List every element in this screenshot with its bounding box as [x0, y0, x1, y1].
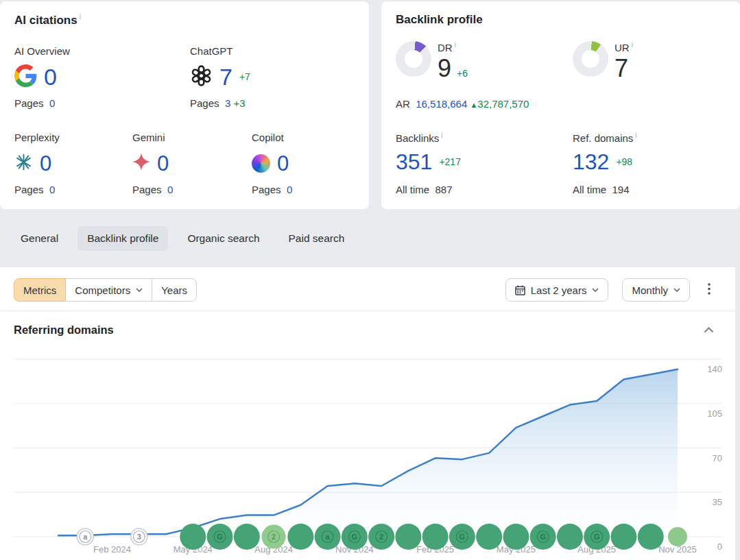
metric-ai-overview: AI Overview 0 Pages 0	[14, 45, 70, 109]
info-icon[interactable]: i	[632, 41, 633, 49]
pages-label: Pages	[14, 97, 44, 109]
pages-value[interactable]: 0	[49, 97, 55, 109]
info-icon[interactable]: i	[80, 13, 81, 21]
ref-domains-delta: +98	[616, 156, 632, 167]
ai-overview-pages: Pages 0	[14, 97, 70, 109]
backlinks-delta: +217	[439, 156, 461, 167]
granularity-button[interactable]: Monthly	[622, 278, 690, 302]
svg-text:G: G	[352, 533, 358, 541]
svg-text:G: G	[540, 533, 546, 541]
ur-label-text: UR	[614, 42, 630, 53]
chevron-down-icon	[136, 288, 143, 292]
metrics-button[interactable]: Metrics	[14, 278, 66, 302]
ur-donut-chart	[573, 41, 608, 77]
view-segmented-control: Metrics Competitors Years	[14, 278, 197, 302]
svg-text:2: 2	[272, 533, 276, 541]
ar-label: AR	[396, 98, 410, 110]
dr-value: 9	[438, 55, 451, 82]
metric-label: Perplexity	[14, 132, 60, 143]
info-icon[interactable]: i	[455, 41, 456, 49]
pages-label: Pages	[132, 184, 162, 195]
metric-label: AI Overview	[14, 45, 70, 57]
chatgpt-delta: +7	[239, 71, 250, 82]
backlinks-alltime: All time 887	[396, 184, 461, 195]
years-button[interactable]: Years	[152, 278, 197, 302]
ref-domains-value[interactable]: 132	[573, 151, 609, 173]
alltime-label: All time	[396, 184, 429, 195]
chatgpt-pages: Pages 3 +3	[190, 97, 250, 109]
ai-overview-value: 0	[44, 65, 57, 88]
right-controls: Last 2 years Monthly	[505, 278, 715, 302]
backlink-profile-panel: 14010570350Feb 2024May 2024Aug 2024Nov 2…	[0, 267, 735, 560]
svg-text:Feb 2024: Feb 2024	[93, 544, 131, 555]
backlink-profile-card: Backlink profile DRi 9+6 URi 7 AR 16,518…	[381, 1, 740, 209]
backlinks-label: Backlinksi	[396, 132, 461, 144]
tab-paid-search[interactable]: Paid search	[279, 226, 355, 251]
date-range-label: Last 2 years	[531, 284, 587, 296]
copilot-pages: Pages 0	[252, 184, 292, 195]
info-icon[interactable]: i	[635, 132, 636, 139]
ur-value: 7	[614, 55, 628, 82]
ai-citations-title: AI citationsi	[14, 13, 81, 27]
chart-controls: Metrics Competitors Years Last 2 years M…	[0, 267, 735, 302]
ai-citations-card: AI citationsi AI Overview 0 Pages 0 Chat…	[0, 1, 369, 209]
ar-value[interactable]: 16,518,664	[416, 98, 467, 110]
pages-value[interactable]: 0	[287, 184, 292, 195]
ur-block: URi 7	[573, 41, 633, 82]
gemini-value: 0	[157, 153, 169, 174]
svg-text:2: 2	[379, 533, 383, 541]
competitors-button[interactable]: Competitors	[65, 278, 152, 302]
info-icon[interactable]: i	[441, 132, 442, 139]
more-options-icon[interactable]	[704, 280, 715, 300]
ref-domains-label: Ref. domainsi	[573, 132, 637, 144]
pages-value[interactable]: 0	[49, 184, 55, 195]
section-tabs: General Backlink profile Organic search …	[0, 209, 740, 267]
alltime-value: 887	[435, 184, 453, 195]
chevron-down-icon	[592, 288, 599, 292]
backlinks-value[interactable]: 351	[396, 151, 432, 173]
ai-citations-title-text: AI citations	[14, 14, 77, 27]
svg-text:3: 3	[137, 533, 141, 541]
backlinks-label-text: Backlinks	[396, 132, 439, 144]
dr-donut-chart	[396, 41, 431, 77]
tab-backlink-profile[interactable]: Backlink profile	[77, 226, 168, 251]
pages-label: Pages	[14, 184, 44, 195]
backlinks-block: Backlinksi 351 +217 All time 887	[396, 132, 461, 195]
metric-label: ChatGPT	[190, 45, 250, 57]
metric-gemini: Gemini 0 Pages 0	[132, 132, 173, 195]
svg-text:105: 105	[707, 409, 722, 419]
dr-label-text: DR	[438, 42, 453, 53]
pages-value[interactable]: 0	[167, 184, 173, 195]
pages-delta: +3	[233, 97, 245, 109]
ref-domains-label-text: Ref. domains	[573, 132, 633, 144]
perplexity-pages: Pages 0	[14, 184, 60, 195]
metric-perplexity: Perplexity 0 Pages 0	[14, 132, 60, 195]
metric-chatgpt: ChatGPT 7 +7 Pages 3 +3	[190, 45, 250, 109]
chatgpt-icon	[190, 64, 213, 90]
pages-value[interactable]: 3	[225, 97, 230, 109]
svg-text:G: G	[459, 533, 466, 541]
svg-text:a: a	[83, 533, 88, 541]
dr-label: DRi	[438, 41, 468, 53]
dashboard-page: AI citationsi AI Overview 0 Pages 0 Chat…	[0, 0, 740, 560]
google-icon	[14, 64, 37, 90]
metric-label: Gemini	[132, 132, 173, 143]
up-arrow-icon: ▲	[470, 101, 477, 109]
tab-general[interactable]: General	[11, 226, 68, 251]
tab-organic-search[interactable]: Organic search	[178, 226, 269, 251]
chevron-down-icon	[673, 288, 680, 292]
pages-label: Pages	[190, 97, 219, 109]
granularity-label: Monthly	[632, 284, 668, 296]
gemini-icon	[132, 153, 150, 173]
svg-text:G: G	[217, 533, 223, 541]
dr-block: DRi 9+6	[396, 41, 468, 82]
svg-text:G: G	[594, 533, 600, 541]
summary-cards: AI citationsi AI Overview 0 Pages 0 Chat…	[0, 0, 740, 209]
referring-domains-chart[interactable]: 14010570350Feb 2024May 2024Aug 2024Nov 2…	[0, 267, 735, 560]
ar-change: 32,787,570	[477, 98, 529, 110]
pages-label: Pages	[252, 184, 281, 195]
competitors-label: Competitors	[75, 284, 130, 296]
gemini-pages: Pages 0	[132, 184, 173, 195]
perplexity-icon	[14, 153, 33, 174]
date-range-button[interactable]: Last 2 years	[505, 278, 609, 302]
